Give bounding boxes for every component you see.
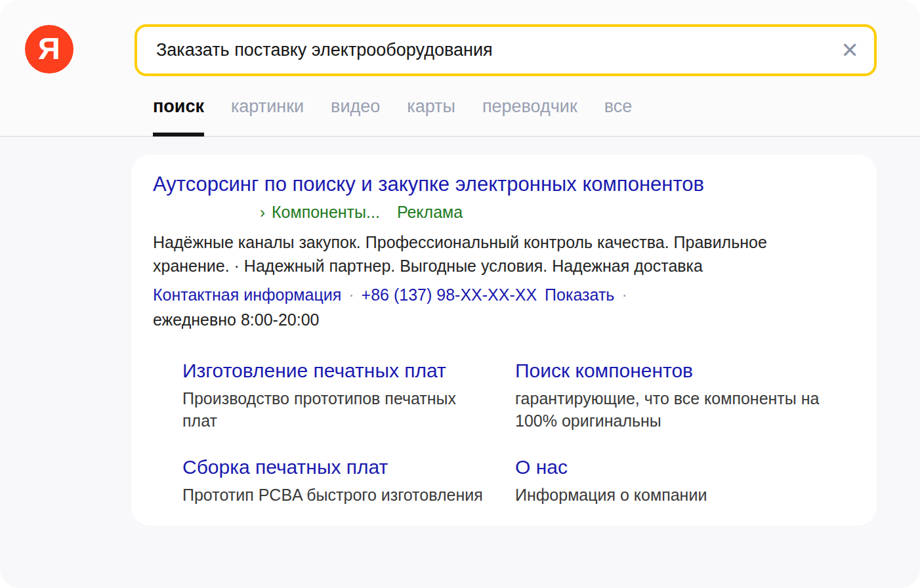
working-hours: ежедневно 8:00-20:00	[153, 309, 855, 330]
sitelink-description: Информация о компании	[515, 484, 830, 506]
sitelink-about-us: О нас Информация о компании	[515, 453, 830, 506]
sitelink-description: Производство прототипов печатных плат	[182, 387, 488, 432]
clear-search-button[interactable]: ✕	[832, 27, 874, 74]
chevron-right-icon: ›	[260, 203, 265, 222]
sitelink-pcb-manufacturing: Изготовление печатных плат Производство …	[182, 356, 488, 432]
sitelink-title-link[interactable]: Поиск компонентов	[515, 356, 830, 385]
ad-badge: Реклама	[397, 202, 463, 222]
yandex-logo-letter: Я	[38, 33, 60, 64]
contact-info-link[interactable]: Контактная информация	[153, 284, 341, 305]
tab-maps[interactable]: карты	[407, 96, 455, 136]
results-area: Аутсорсинг по поиску и закупке электронн…	[0, 137, 920, 526]
sitelinks-grid: Изготовление печатных плат Производство …	[182, 356, 855, 506]
contact-row: Контактная информация · +86 (137) 98-XX-…	[153, 284, 855, 305]
show-phone-button[interactable]: Показать	[545, 284, 614, 305]
sitelink-description: Прототип PCBA быстрого изготовления	[182, 484, 488, 506]
result-description: Надёжные каналы закупок. Профессиональны…	[153, 230, 847, 278]
result-site-path[interactable]: Компоненты...	[272, 202, 380, 222]
tab-all[interactable]: все	[604, 96, 633, 136]
search-input[interactable]	[137, 27, 832, 74]
sitelink-title-link[interactable]: Сборка печатных плат	[182, 453, 488, 481]
tab-search[interactable]: поиск	[153, 96, 204, 136]
tab-video[interactable]: видео	[331, 96, 380, 136]
yandex-search-page: Я ✕ поиск картинки видео карты переводчи…	[0, 0, 920, 588]
sitelink-title-link[interactable]: Изготовление печатных плат	[182, 356, 488, 385]
dot-separator: ·	[348, 284, 354, 305]
sitelink-pcb-assembly: Сборка печатных плат Прототип PCBA быстр…	[182, 453, 488, 506]
close-icon: ✕	[841, 37, 859, 63]
search-bar: ✕	[135, 24, 877, 76]
sitelink-description: гарантирующие, что все компоненты на 100…	[515, 387, 830, 432]
result-path-row: › Компоненты... Реклама	[153, 202, 855, 222]
sitelink-component-search: Поиск компонентов гарантирующие, что все…	[515, 356, 830, 432]
tab-images[interactable]: картинки	[231, 96, 304, 136]
search-tabs: поиск картинки видео карты переводчик вс…	[153, 96, 632, 136]
sitelink-title-link[interactable]: О нас	[515, 453, 830, 481]
yandex-logo[interactable]: Я	[25, 25, 73, 74]
phone-number-link[interactable]: +86 (137) 98-XX-XX-XX	[362, 284, 537, 305]
search-result-card: Аутсорсинг по поиску и закупке электронн…	[131, 155, 877, 526]
result-title-link[interactable]: Аутсорсинг по поиску и закупке электронн…	[153, 172, 855, 197]
dot-separator: ·	[621, 284, 627, 305]
search-header: Я ✕ поиск картинки видео карты переводчи…	[0, 0, 920, 137]
tab-translator[interactable]: переводчик	[482, 96, 577, 136]
